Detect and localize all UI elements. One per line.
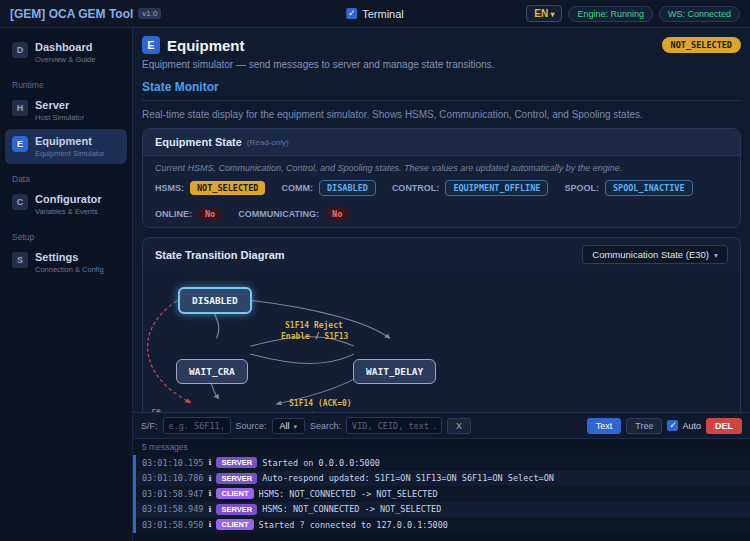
equipment-state-card: Equipment State (Read-only) Current HSMS… [142,128,741,228]
state-fields-row-1: HSMS: NOT_SELECTED COMM: DISABLED CONTRO… [143,175,740,202]
equipment-state-card-header: Equipment State (Read-only) [143,129,740,156]
info-icon: ℹ [208,489,211,498]
equipment-page-icon: E [142,36,160,54]
sidebar-section-data: Data [0,165,132,186]
top-bar: [GEM] OCA GEM Tool v1.0 Terminal EN ▾ En… [0,0,750,28]
state-node-disabled[interactable]: DISABLED [178,287,252,314]
log-row[interactable]: 03:01:58.949 ℹ SERVER HSMS: NOT_CONNECTE… [133,502,750,518]
log-row[interactable]: 03:01:58.950 ℹ CLIENT Started ? connecte… [133,517,750,533]
spool-value-badge: SPOOL_INACTIVE [605,180,693,196]
chevron-down-icon: ▾ [548,10,554,19]
sidebar-item-sublabel: Host Simulator [35,113,84,122]
state-field-comm: COMM: DISABLED [281,180,375,196]
chevron-down-icon: ▾ [294,423,298,430]
main-area: E Equipment NOT_SELECTED Equipment simul… [133,28,750,541]
edge-label-re: re [151,407,161,412]
clear-filters-button[interactable]: X [447,418,471,434]
diagram-card-header: State Transition Diagram Communication S… [143,238,740,271]
sidebar-item-equipment[interactable]: E Equipment Equipment Simulator [5,129,127,164]
auto-scroll-checkbox[interactable] [667,420,678,431]
terminal-filter-bar: S/F: Source: All▾ Search: X Text Tree Au… [133,413,750,439]
view-text-button[interactable]: Text [587,418,622,434]
equipment-icon: E [12,136,28,152]
source-badge: CLIENT [216,488,253,499]
terminal-checkbox[interactable] [346,8,357,19]
chevron-down-icon: ▾ [714,251,718,260]
page-title: Equipment [167,37,245,54]
sidebar-item-sublabel: Overview & Guide [35,55,95,64]
sidebar-item-sublabel: Connection & Config [35,265,104,274]
configurator-icon: C [12,194,28,210]
page-header: E Equipment NOT_SELECTED [142,36,741,54]
online-value-badge: No [198,207,222,221]
state-node-wait-cra[interactable]: WAIT_CRA [176,359,248,384]
state-field-online: ONLINE: No [155,207,222,221]
state-field-hsms: HSMS: NOT_SELECTED [155,181,265,195]
state-fields-row-2: ONLINE: No COMMUNICATING: No [143,202,740,227]
page-content: E Equipment NOT_SELECTED Equipment simul… [133,28,750,412]
sidebar-item-server[interactable]: H Server Host Simulator [5,93,127,128]
info-icon: ℹ [208,474,211,483]
diagram-title: State Transition Diagram [155,249,285,261]
delete-logs-button[interactable]: DEL [706,418,742,434]
state-field-communicating: COMMUNICATING: No [238,207,349,221]
dashboard-icon: D [12,42,28,58]
message-count: 5 messages [133,439,750,455]
source-badge: SERVER [216,473,257,484]
sidebar-item-label: Settings [35,251,104,263]
readonly-label: (Read-only) [247,138,289,147]
page-subtitle: Equipment simulator — send messages to s… [142,59,741,70]
state-field-control: CONTROL: EQUIPMENT_OFFLINE [392,180,549,196]
state-field-spool: SPOOL: SPOOL_INACTIVE [564,180,692,196]
version-badge: v1.0 [138,8,161,19]
hsms-value-badge: NOT_SELECTED [190,181,265,195]
diagram-canvas[interactable]: DISABLED WAIT_CRA WAIT_DELAY COMMUNICATI… [143,271,740,412]
terminal-toggle-label[interactable]: Terminal [362,8,404,20]
sidebar-item-label: Server [35,99,84,111]
info-icon: ℹ [208,458,211,467]
app-title: [GEM] OCA GEM Tool [10,7,133,21]
source-badge: SERVER [216,504,257,515]
sidebar: D Dashboard Overview & Guide Runtime H S… [0,28,133,541]
sidebar-item-label: Configurator [35,193,102,205]
log-row[interactable]: 03:01:58.947 ℹ CLIENT HSMS: NOT_CONNECTE… [133,486,750,502]
source-badge: CLIENT [216,519,253,530]
sidebar-item-sublabel: Variables & Events [35,207,102,216]
diagram-state-selector[interactable]: Communication State (E30)▾ [582,245,728,264]
sidebar-section-setup: Setup [0,223,132,244]
sidebar-item-settings[interactable]: S Settings Connection & Config [5,245,127,280]
server-icon: H [12,100,28,116]
terminal-panel: S/F: Source: All▾ Search: X Text Tree Au… [133,412,750,541]
settings-icon: S [12,252,28,268]
edge-label-enable-s1f13: Enable / S1F13 [281,332,348,341]
sidebar-item-configurator[interactable]: C Configurator Variables & Events [5,187,127,222]
sidebar-item-label: Equipment [35,135,105,147]
info-icon: ℹ [208,520,211,529]
log-row[interactable]: 03:01:10.786 ℹ SERVER Auto-respond updat… [133,471,750,487]
sf-filter-label: S/F: [141,421,158,431]
search-input[interactable] [346,417,442,434]
section-description: Real-time state display for the equipmen… [142,109,741,120]
control-value-badge: EQUIPMENT_OFFLINE [445,180,548,196]
sf-filter-input[interactable] [163,417,231,434]
search-filter-label: Search: [310,421,341,431]
equipment-state-note: Current HSMS, Communication, Control, an… [143,156,740,175]
log-list[interactable]: 03:01:10.195 ℹ SERVER Started on 0.0.0.0… [133,455,750,541]
hsms-status-badge: NOT_SELECTED [662,37,741,53]
comm-value-badge: DISABLED [319,180,376,196]
source-filter-select[interactable]: All▾ [272,418,306,434]
view-tree-button[interactable]: Tree [626,418,662,434]
source-badge: SERVER [216,457,257,468]
sidebar-item-sublabel: Equipment Simulator [35,149,105,158]
edge-label-s1f14-reject: S1F14 Reject [285,321,343,330]
language-dropdown[interactable]: EN ▾ [526,5,562,22]
state-node-wait-delay[interactable]: WAIT_DELAY [353,359,436,384]
edge-label-s1f14-ack0: S1F14 (ACK=0) [289,399,352,408]
log-row[interactable]: 03:01:10.195 ℹ SERVER Started on 0.0.0.0… [133,455,750,471]
auto-scroll-label: Auto [682,421,701,431]
card-title: Equipment State [155,136,242,148]
sidebar-item-dashboard[interactable]: D Dashboard Overview & Guide [5,35,127,70]
sidebar-item-label: Dashboard [35,41,95,53]
ws-status-badge: WS: Connected [659,6,740,22]
app-window: [GEM] OCA GEM Tool v1.0 Terminal EN ▾ En… [0,0,750,541]
